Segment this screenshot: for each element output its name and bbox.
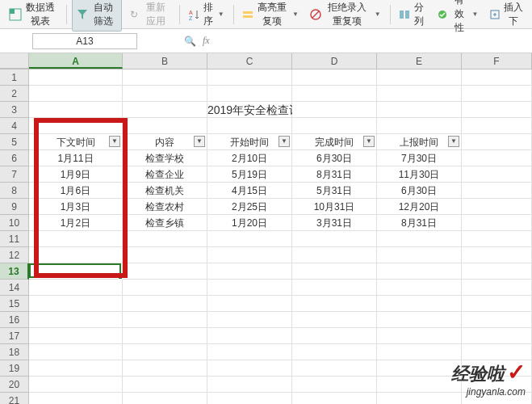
cell[interactable] xyxy=(207,393,292,404)
cell[interactable] xyxy=(123,280,207,296)
cell[interactable] xyxy=(29,69,123,86)
cell[interactable] xyxy=(207,360,292,377)
row-header[interactable]: 6 xyxy=(0,150,29,166)
row-header[interactable]: 16 xyxy=(0,312,29,328)
cell[interactable]: 检查学校 xyxy=(123,150,207,166)
cell[interactable] xyxy=(462,247,532,263)
row-header[interactable]: 4 xyxy=(0,118,29,134)
cell[interactable] xyxy=(29,231,123,247)
row-header[interactable]: 18 xyxy=(0,344,29,360)
cell[interactable] xyxy=(123,118,207,134)
cell[interactable] xyxy=(123,328,207,344)
cell[interactable]: 6月30日 xyxy=(377,183,462,199)
cell[interactable]: 7月30日 xyxy=(377,150,462,166)
row-header[interactable]: 13 xyxy=(0,263,29,280)
cell[interactable]: 10月31日 xyxy=(292,199,377,215)
filter-dropdown-button[interactable]: ▼ xyxy=(279,136,290,147)
cell[interactable] xyxy=(292,280,377,296)
cell[interactable] xyxy=(29,280,123,296)
row-header[interactable]: 19 xyxy=(0,360,29,377)
filter-dropdown-button[interactable]: ▼ xyxy=(363,136,375,147)
cell[interactable] xyxy=(377,280,462,296)
cell[interactable] xyxy=(377,344,462,360)
cell[interactable] xyxy=(462,312,532,328)
cell[interactable]: 检查机关 xyxy=(123,183,207,199)
filter-dropdown-button[interactable]: ▼ xyxy=(109,136,120,147)
cell[interactable] xyxy=(462,263,532,280)
cell[interactable] xyxy=(292,328,377,344)
cell[interactable] xyxy=(292,312,377,328)
cell[interactable] xyxy=(377,296,462,312)
cell[interactable] xyxy=(377,393,462,404)
cell[interactable] xyxy=(123,393,207,404)
row-header[interactable]: 5 xyxy=(0,134,29,150)
row-header[interactable]: 14 xyxy=(0,280,29,296)
pivot-table-button[interactable]: 数据透视表 xyxy=(5,0,61,31)
cell[interactable]: 8月31日 xyxy=(292,166,377,183)
cell[interactable]: 内容▼ xyxy=(123,134,207,150)
cell[interactable] xyxy=(207,377,292,393)
row-header[interactable]: 8 xyxy=(0,183,29,199)
name-box[interactable]: A13 xyxy=(32,33,137,49)
cell[interactable] xyxy=(123,86,207,102)
cell[interactable] xyxy=(462,118,532,134)
cell[interactable]: 1月2日 xyxy=(29,215,123,231)
cell[interactable] xyxy=(462,183,532,199)
cell[interactable] xyxy=(29,393,123,404)
cell[interactable]: 4月15日 xyxy=(207,183,292,199)
filter-dropdown-button[interactable]: ▼ xyxy=(194,136,205,147)
cell[interactable] xyxy=(462,231,532,247)
cell[interactable] xyxy=(207,247,292,263)
cell[interactable]: 检查企业 xyxy=(123,166,207,183)
cell[interactable] xyxy=(292,231,377,247)
cell[interactable] xyxy=(207,344,292,360)
cell[interactable] xyxy=(29,312,123,328)
col-header-A[interactable]: A xyxy=(29,53,123,69)
cell[interactable] xyxy=(377,360,462,377)
cell[interactable] xyxy=(123,344,207,360)
cell[interactable] xyxy=(462,296,532,312)
cell[interactable]: 3月31日 xyxy=(292,215,377,231)
row-header[interactable]: 9 xyxy=(0,199,29,215)
cell[interactable] xyxy=(29,118,123,134)
cell[interactable]: 1月9日 xyxy=(29,166,123,183)
row-header[interactable]: 15 xyxy=(0,296,29,312)
cell[interactable] xyxy=(462,344,532,360)
cell[interactable] xyxy=(377,312,462,328)
spreadsheet-grid[interactable]: A B C D E F 1232019年安全检查计划45下文时间▼内容▼开始时间… xyxy=(0,53,532,404)
row-header[interactable]: 3 xyxy=(0,102,29,118)
cell[interactable] xyxy=(377,69,462,86)
cell[interactable] xyxy=(377,231,462,247)
cell[interactable]: 2019年安全检查计划 xyxy=(207,102,292,118)
row-header[interactable]: 2 xyxy=(0,86,29,102)
filter-dropdown-button[interactable]: ▼ xyxy=(448,136,459,147)
cell[interactable] xyxy=(462,199,532,215)
cell[interactable] xyxy=(462,150,532,166)
cell[interactable] xyxy=(123,312,207,328)
fx-icon[interactable]: fx xyxy=(203,35,210,47)
cell[interactable]: 2月25日 xyxy=(207,199,292,215)
cell[interactable] xyxy=(377,263,462,280)
cell[interactable]: 1月11日 xyxy=(29,150,123,166)
select-all-corner[interactable] xyxy=(0,53,29,69)
cell[interactable] xyxy=(29,263,123,280)
cell[interactable] xyxy=(292,393,377,404)
cell[interactable] xyxy=(292,344,377,360)
cell[interactable] xyxy=(29,377,123,393)
reject-dup-button[interactable]: 拒绝录入重复项▼ xyxy=(306,0,385,31)
cell[interactable]: 2月10日 xyxy=(207,150,292,166)
cell[interactable] xyxy=(292,69,377,86)
cell[interactable]: 1月20日 xyxy=(207,215,292,231)
cell[interactable]: 11月30日 xyxy=(377,166,462,183)
cell[interactable] xyxy=(123,231,207,247)
row-header[interactable]: 11 xyxy=(0,231,29,247)
cell[interactable] xyxy=(207,118,292,134)
row-header[interactable]: 20 xyxy=(0,377,29,393)
row-header[interactable]: 1 xyxy=(0,69,29,86)
cell[interactable] xyxy=(123,296,207,312)
cell[interactable] xyxy=(462,102,532,118)
cell[interactable]: 12月20日 xyxy=(377,199,462,215)
cell[interactable] xyxy=(123,360,207,377)
cell[interactable]: 1月6日 xyxy=(29,183,123,199)
row-header[interactable]: 7 xyxy=(0,166,29,183)
